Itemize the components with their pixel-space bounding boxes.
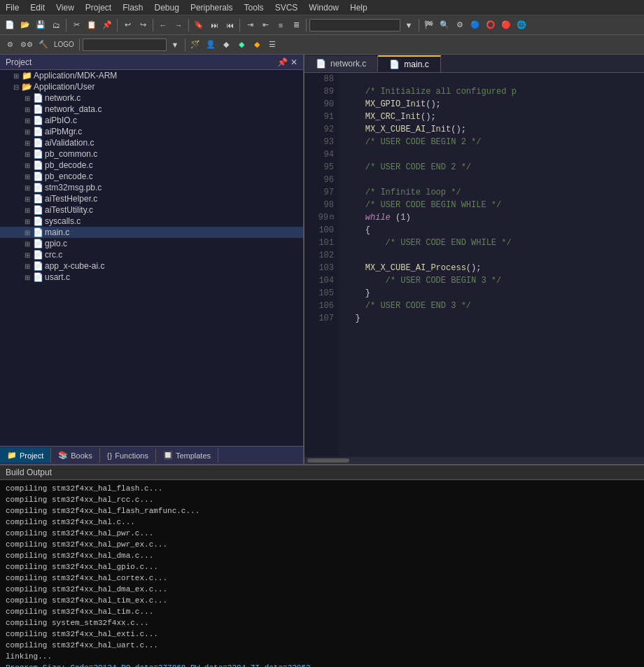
expand[interactable]: ⊞ [22, 262, 32, 270]
bookmark-btn[interactable]: 🔖 [192, 18, 206, 32]
tab-books[interactable]: 📚 Books [51, 448, 100, 463]
btn-b[interactable]: 🔍 [438, 18, 451, 32]
btn-e[interactable]: ⭕ [484, 18, 498, 32]
nav-back-btn[interactable]: ← [156, 18, 170, 32]
expand[interactable]: ⊞ [22, 240, 32, 248]
menu-help[interactable]: Help [344, 1, 373, 14]
tree-item-aitesthelper[interactable]: ⊞ 📄 aiTestHelper.c [0, 193, 303, 204]
nav-fwd-btn[interactable]: → [172, 18, 186, 32]
tree-item-aitestutility[interactable]: ⊞ 📄 aiTestUtility.c [0, 204, 303, 216]
menu-tools[interactable]: Tools [239, 1, 270, 14]
tree-item-network-data[interactable]: ⊞ 📄 network_data.c [0, 104, 303, 115]
expand[interactable]: ⊞ [22, 139, 32, 147]
cube3-btn[interactable]: ◆ [250, 38, 264, 52]
tree-item-usart[interactable]: ⊞ 📄 usart.c [0, 272, 303, 283]
save-btn[interactable]: 💾 [34, 18, 48, 32]
tree-item-stm32msg[interactable]: ⊞ 📄 stm32msg.pb.c [0, 182, 303, 193]
save-all-btn[interactable]: 🗂 [49, 18, 63, 32]
expand[interactable]: ⊞ [22, 195, 32, 203]
tree-item-syscalls[interactable]: ⊞ 📄 syscalls.c [0, 216, 303, 227]
btn-a[interactable]: 🏁 [422, 18, 436, 32]
tree-item-xcubeai[interactable]: ⊞ 📄 app_x-cube-ai.c [0, 260, 303, 272]
xcube-input[interactable]: X-CUBE-AI [83, 38, 167, 51]
menu-debug[interactable]: Debug [149, 1, 185, 14]
build-text[interactable]: compiling stm32f4xx_hal_flash.c... compi… [0, 480, 644, 667]
menu-file[interactable]: File [0, 1, 24, 14]
btn-c[interactable]: ⚙ [453, 18, 467, 32]
tree-item-gpio[interactable]: ⊞ 📄 gpio.c [0, 238, 303, 249]
cut-btn[interactable]: ✂ [69, 18, 83, 32]
tree-item-aipbmgr[interactable]: ⊞ 📄 aiPbMgr.c [0, 126, 303, 137]
new-file-btn[interactable]: 📄 [3, 18, 17, 32]
cube-btn[interactable]: ◆ [219, 38, 233, 52]
tree-item-pbdecode[interactable]: ⊞ 📄 pb_decode.c [0, 160, 303, 171]
tree-item-crc[interactable]: ⊞ 📄 crc.c [0, 249, 303, 260]
tree-item-mdk[interactable]: ⊞ 📁 Application/MDK-ARM [0, 70, 303, 81]
expand[interactable]: ⊞ [22, 274, 32, 281]
xcube-dropdown[interactable]: ▼ [168, 38, 182, 52]
etab-main[interactable]: 📄 main.c [378, 55, 440, 72]
expand[interactable]: ⊞ [22, 229, 32, 237]
menu-flash[interactable]: Flash [117, 1, 148, 14]
format2-btn[interactable]: ≣ [289, 18, 303, 32]
expand-mdk[interactable]: ⊞ [11, 72, 21, 80]
tree-item-network[interactable]: ⊞ 📄 network.c [0, 92, 303, 104]
unindent-btn[interactable]: ⇤ [258, 18, 272, 32]
expand[interactable]: ⊞ [22, 150, 32, 158]
expand[interactable]: ⊞ [22, 173, 32, 181]
etab-network[interactable]: 📄 network.c [304, 56, 378, 71]
h-scrollbar[interactable] [304, 457, 644, 464]
tree-item-main[interactable]: ⊞ 📄 main.c [0, 227, 303, 238]
paste-btn[interactable]: 📌 [100, 18, 114, 32]
build3-btn[interactable]: 🔨 [36, 38, 50, 52]
expand[interactable]: ⊞ [22, 128, 32, 136]
redo-btn[interactable]: ↪ [136, 18, 150, 32]
menu-edit[interactable]: Edit [24, 1, 50, 14]
tab-project[interactable]: 📁 Project [0, 448, 51, 463]
expand[interactable]: ⊞ [22, 117, 32, 125]
code-content[interactable]: /* Initialize all configured p MX_GPIO_I… [340, 73, 644, 457]
menu-view[interactable]: View [50, 1, 80, 14]
expand[interactable]: ⊞ [22, 184, 32, 192]
build-btn[interactable]: ⚙ [3, 38, 17, 52]
menu-window[interactable]: Window [303, 1, 344, 14]
expand[interactable]: ⊞ [22, 206, 32, 214]
menu-peripherals[interactable]: Peripherals [185, 1, 239, 14]
tree-item-aivalidation[interactable]: ⊞ 📄 aiValidation.c [0, 137, 303, 148]
config-btn[interactable]: LOGO [52, 38, 76, 52]
person-btn[interactable]: 👤 [204, 38, 218, 52]
expand[interactable]: ⊞ [22, 251, 32, 259]
cube2-btn[interactable]: ◆ [234, 38, 248, 52]
open-btn[interactable]: 📂 [18, 18, 32, 32]
expand-user[interactable]: ⊟ [11, 83, 21, 91]
btn-d[interactable]: 🔵 [468, 18, 482, 32]
tree-item-aipbio[interactable]: ⊞ 📄 aiPbIO.c [0, 115, 303, 126]
symbol-input[interactable]: SD_BLOCKSIZE [309, 19, 400, 31]
format-btn[interactable]: ≡ [274, 18, 288, 32]
menu-svcs[interactable]: SVCS [270, 1, 304, 14]
undo-btn[interactable]: ↩ [120, 18, 134, 32]
magic-btn[interactable]: 🪄 [188, 38, 202, 52]
code-area[interactable]: 88 89 90 91 92 93 94 95 96 97 98 99⊟ 100… [304, 73, 644, 457]
tree-item-user[interactable]: ⊟ 📂 Application/User [0, 81, 303, 92]
btn-f[interactable]: 🔴 [499, 18, 513, 32]
cube4-btn[interactable]: ☰ [265, 38, 279, 52]
tab-functions[interactable]: {} Functions [100, 449, 156, 463]
close-icon[interactable]: ✕ [290, 57, 298, 67]
expand[interactable]: ⊞ [22, 106, 32, 113]
pin-icon[interactable]: 📌 [277, 57, 288, 67]
tree-item-pbcommon[interactable]: ⊞ 📄 pb_common.c [0, 148, 303, 160]
tree-item-pbencode[interactable]: ⊞ 📄 pb_encode.c [0, 171, 303, 182]
indent-btn[interactable]: ⇥ [243, 18, 257, 32]
symbol-dropdown[interactable]: ▼ [402, 18, 416, 32]
expand-network[interactable]: ⊞ [22, 94, 32, 102]
build2-btn[interactable]: ⚙⚙ [18, 38, 35, 52]
bookmark-prev-btn[interactable]: ⏮ [223, 18, 237, 32]
bookmark-next-btn[interactable]: ⏭ [207, 18, 221, 32]
btn-g[interactable]: 🌐 [514, 18, 528, 32]
copy-btn[interactable]: 📋 [85, 18, 99, 32]
tab-templates[interactable]: 🔲 Templates [156, 448, 218, 463]
menu-project[interactable]: Project [80, 1, 117, 14]
expand[interactable]: ⊞ [22, 218, 32, 225]
expand[interactable]: ⊞ [22, 162, 32, 169]
